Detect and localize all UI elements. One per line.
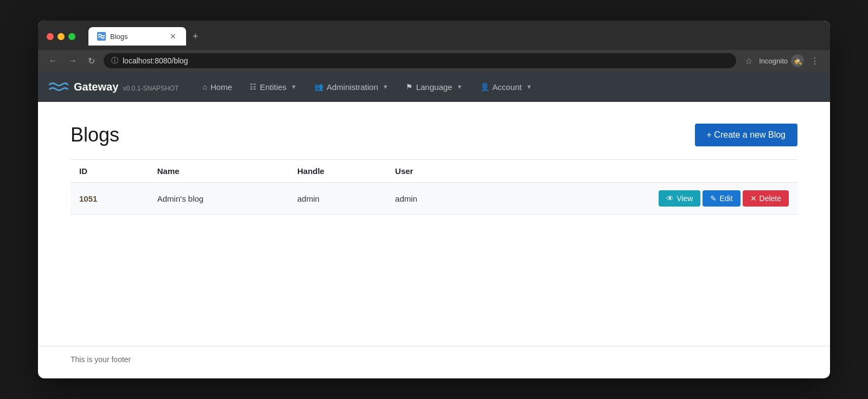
brand-name: Gateway v0.0.1-SNAPSHOT bbox=[74, 81, 178, 93]
blogs-table: ID Name Handle User 1051 Admin's blog ad… bbox=[71, 159, 797, 215]
browser-chrome: Blogs ✕ + ← → ↻ ⓘ localhost:8080/blog ☆ … bbox=[38, 21, 830, 72]
col-name: Name bbox=[149, 160, 289, 183]
cell-handle: admin bbox=[289, 183, 386, 215]
tab-bar: Blogs ✕ + bbox=[82, 27, 203, 46]
tab-favicon bbox=[97, 32, 106, 41]
administration-icon: 👥 bbox=[314, 82, 323, 91]
edit-button[interactable]: ✎ Edit bbox=[703, 190, 740, 207]
view-button[interactable]: 👁 View bbox=[659, 190, 700, 207]
tab-close-button[interactable]: ✕ bbox=[169, 31, 177, 41]
tab-title: Blogs bbox=[110, 33, 164, 41]
active-tab[interactable]: Blogs ✕ bbox=[88, 27, 186, 46]
nav-account[interactable]: 👤 Account ▼ bbox=[473, 78, 540, 96]
language-arrow: ▼ bbox=[457, 83, 463, 90]
incognito-label: Incognito bbox=[759, 57, 788, 65]
col-user: User bbox=[386, 160, 473, 183]
brand-logo bbox=[49, 81, 68, 93]
pencil-icon: ✎ bbox=[710, 194, 717, 203]
cell-user: admin bbox=[386, 183, 473, 215]
page-header: Blogs + Create a new Blog bbox=[71, 124, 797, 146]
app-navbar: Gateway v0.0.1-SNAPSHOT ⌂ Home ☷ Entitie… bbox=[38, 72, 830, 102]
page-title: Blogs bbox=[71, 124, 119, 146]
entities-icon: ☷ bbox=[250, 82, 257, 91]
nav-home[interactable]: ⌂ Home bbox=[195, 78, 239, 96]
action-buttons: 👁 View ✎ Edit ✕ Delete bbox=[482, 190, 789, 207]
app-footer: This is your footer bbox=[38, 346, 830, 372]
create-blog-button[interactable]: + Create a new Blog bbox=[695, 124, 797, 146]
account-icon: 👤 bbox=[480, 82, 489, 91]
incognito-badge: Incognito 🕵 bbox=[759, 54, 804, 67]
forward-button[interactable]: → bbox=[66, 54, 79, 68]
cell-actions: 👁 View ✎ Edit ✕ Delete bbox=[474, 183, 797, 215]
home-icon: ⌂ bbox=[202, 82, 207, 91]
cell-name: Admin's blog bbox=[149, 183, 289, 215]
nav-entities[interactable]: ☷ Entities ▼ bbox=[242, 78, 304, 96]
window-minimize-button[interactable] bbox=[58, 33, 65, 40]
eye-icon: 👁 bbox=[666, 194, 674, 203]
x-icon: ✕ bbox=[750, 194, 757, 203]
window-maximize-button[interactable] bbox=[68, 33, 75, 40]
entities-label: Entities bbox=[260, 82, 286, 92]
home-label: Home bbox=[210, 82, 232, 92]
browser-actions: ☆ Incognito 🕵 ⋮ bbox=[743, 54, 821, 68]
nav-items: ⌂ Home ☷ Entities ▼ 👥 Administration ▼ ⚑… bbox=[195, 78, 819, 96]
footer-text: This is your footer bbox=[71, 355, 131, 364]
app-content: Gateway v0.0.1-SNAPSHOT ⌂ Home ☷ Entitie… bbox=[38, 72, 830, 372]
language-icon: ⚑ bbox=[406, 82, 413, 91]
back-button[interactable]: ← bbox=[47, 54, 60, 68]
browser-window: Blogs ✕ + ← → ↻ ⓘ localhost:8080/blog ☆ … bbox=[38, 21, 830, 378]
administration-label: Administration bbox=[327, 82, 378, 92]
menu-button[interactable]: ⋮ bbox=[808, 54, 821, 68]
address-input-container[interactable]: ⓘ localhost:8080/blog bbox=[104, 53, 736, 68]
account-label: Account bbox=[493, 82, 522, 92]
window-close-button[interactable] bbox=[47, 33, 54, 40]
title-bar: Blogs ✕ + bbox=[38, 21, 830, 50]
table-header-row: ID Name Handle User bbox=[71, 160, 797, 183]
bookmark-button[interactable]: ☆ bbox=[743, 54, 755, 68]
refresh-button[interactable]: ↻ bbox=[86, 54, 97, 68]
table-body: 1051 Admin's blog admin admin 👁 View ✎ E… bbox=[71, 183, 797, 215]
window-controls bbox=[47, 33, 75, 40]
secure-icon: ⓘ bbox=[111, 56, 118, 66]
address-text: localhost:8080/blog bbox=[123, 56, 188, 65]
brand-version: v0.0.1-SNAPSHOT bbox=[123, 85, 179, 92]
new-tab-button[interactable]: + bbox=[188, 29, 203, 44]
entities-arrow: ▼ bbox=[291, 83, 297, 90]
address-bar: ← → ↻ ⓘ localhost:8080/blog ☆ Incognito … bbox=[38, 50, 830, 72]
col-actions bbox=[474, 160, 797, 183]
col-handle: Handle bbox=[289, 160, 386, 183]
nav-administration[interactable]: 👥 Administration ▼ bbox=[307, 78, 396, 96]
table-row: 1051 Admin's blog admin admin 👁 View ✎ E… bbox=[71, 183, 797, 215]
col-id: ID bbox=[71, 160, 149, 183]
administration-arrow: ▼ bbox=[382, 83, 388, 90]
brand: Gateway v0.0.1-SNAPSHOT bbox=[49, 81, 178, 93]
language-label: Language bbox=[416, 82, 452, 92]
nav-language[interactable]: ⚑ Language ▼ bbox=[398, 78, 470, 96]
main-content: Blogs + Create a new Blog ID Name Handle… bbox=[38, 102, 830, 346]
cell-id: 1051 bbox=[71, 183, 149, 215]
incognito-icon: 🕵 bbox=[791, 54, 804, 67]
delete-button[interactable]: ✕ Delete bbox=[743, 190, 789, 207]
account-arrow: ▼ bbox=[526, 83, 532, 90]
